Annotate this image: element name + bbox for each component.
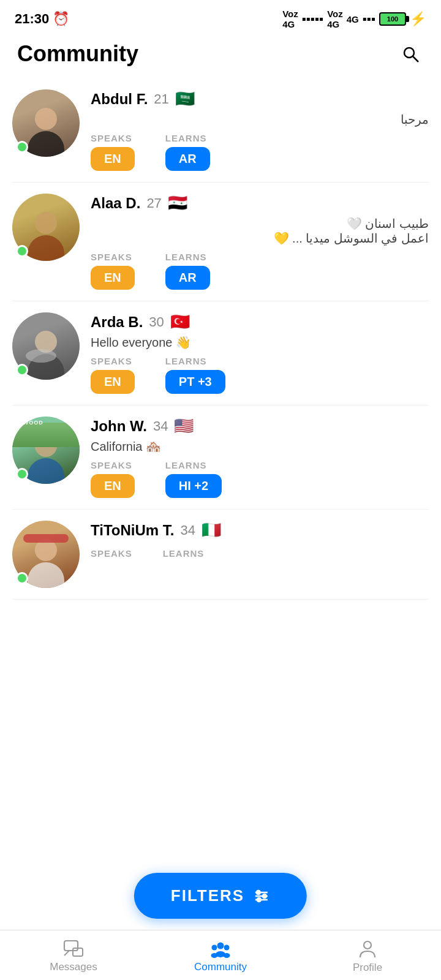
svg-point-15 [211,953,218,958]
learns-group-1: LEARNS AR [165,133,210,171]
user-name-5: TiToNiUm T. [91,522,174,539]
user-info-4: John W. 34 🇺🇸 California 🏘️ SPEAKS EN LE… [91,417,429,498]
speaks-label-3: SPEAKS [91,356,135,366]
person-silhouette-5 [28,539,64,588]
speaks-group-3: SPEAKS EN [91,356,135,394]
svg-point-17 [364,941,371,949]
learns-label-2: LEARNS [165,252,210,262]
nav-profile-label: Profile [353,962,382,974]
svg-point-16 [224,953,230,958]
speaks-group-5: SPEAKS [91,548,132,559]
nav-community-label: Community [194,961,247,973]
lang-row-5: SPEAKS LEARNS [91,548,429,559]
nav-community[interactable]: Community [147,940,294,973]
page-title: Community [17,41,138,67]
avatar-wrap-5 [12,521,80,588]
user-card-1[interactable]: Abdul F. 21 🇸🇦 مرحبا SPEAKS EN LEARNS AR [12,78,429,183]
speaks-badge-1: EN [91,147,135,171]
svg-line-1 [413,56,418,62]
learns-label-4: LEARNS [165,460,222,470]
svg-point-0 [404,48,414,58]
network-label-2: Voz4G [327,9,343,29]
filters-overlay: FILTERS [134,873,307,919]
user-flag-5: 🇮🇹 [202,521,221,540]
online-indicator-5 [16,572,28,584]
learns-badge-4: HI +2 [165,474,222,498]
user-name-4: John W. [91,418,147,435]
user-name-row-4: John W. 34 🇺🇸 [91,417,429,435]
learns-badge-1: AR [165,147,210,171]
speaks-label-5: SPEAKS [91,548,132,559]
signal-icon: ▪▪▪▪▪ [302,12,323,26]
user-age-2: 27 [146,195,161,211]
search-button[interactable] [397,40,424,67]
speaks-label-1: SPEAKS [91,133,135,143]
user-list-inner: Abdul F. 21 🇸🇦 مرحبا SPEAKS EN LEARNS AR [0,78,441,600]
lang-row-3: SPEAKS EN LEARNS PT +3 [91,356,429,394]
user-bio-2: طبيب اسنان 🤍اعمل في السوشل ميديا ... 💛 [91,216,429,246]
user-name-row-1: Abdul F. 21 🇸🇦 [91,89,429,108]
user-info-1: Abdul F. 21 🇸🇦 مرحبا SPEAKS EN LEARNS AR [91,89,429,171]
user-bio-4: California 🏘️ [91,439,429,454]
speaks-badge-3: EN [91,370,135,394]
avatar-wrap-2 [12,194,80,261]
speaks-group-2: SPEAKS EN [91,252,135,290]
learns-group-3: LEARNS PT +3 [165,356,225,394]
online-indicator-1 [16,141,28,153]
user-info-2: Alaa D. 27 🇸🇾 طبيب اسنان 🤍اعمل في السوشل… [91,194,429,290]
svg-point-6 [263,894,266,898]
user-name-3: Arda B. [91,314,143,331]
user-name-row-3: Arda B. 30 🇹🇷 [91,312,429,331]
status-right: Voz4G ▪▪▪▪▪ Voz4G 4G ▪▪▪ 100 ⚡ [282,9,426,29]
lang-row-1: SPEAKS EN LEARNS AR [91,133,429,171]
person-silhouette-2 [28,212,64,261]
lang-row-4: SPEAKS EN LEARNS HI +2 [91,460,429,498]
user-flag-2: 🇸🇾 [168,194,187,213]
user-bio-1: مرحبا [91,112,429,127]
lang-row-2: SPEAKS EN LEARNS AR [91,252,429,290]
learns-group-5: LEARNS [163,548,205,559]
user-name-1: Abdul F. [91,91,148,108]
nav-profile[interactable]: Profile [294,939,441,974]
user-age-4: 34 [153,418,168,434]
learns-group-2: LEARNS AR [165,252,210,290]
learns-badge-2: AR [165,266,210,290]
online-indicator-3 [16,364,28,376]
user-card-4[interactable]: LYWOOD John W. 34 🇺🇸 California 🏘️ SPEAK… [12,405,429,510]
user-age-3: 30 [149,314,164,330]
user-flag-4: 🇺🇸 [174,417,194,435]
user-flag-1: 🇸🇦 [175,89,195,108]
user-card-5[interactable]: TiToNiUm T. 34 🇮🇹 SPEAKS LEARNS [12,510,429,600]
charging-icon: ⚡ [410,11,426,27]
svg-point-5 [257,891,260,894]
status-bar: 21:30 ⏰ Voz4G ▪▪▪▪▪ Voz4G 4G ▪▪▪ 100 ⚡ [0,0,441,34]
filters-button[interactable]: FILTERS [134,873,307,919]
user-info-3: Arda B. 30 🇹🇷 Hello everyone 👋 SPEAKS EN… [91,312,429,394]
svg-point-11 [217,943,224,949]
user-card-2[interactable]: Alaa D. 27 🇸🇾 طبيب اسنان 🤍اعمل في السوشل… [12,183,429,301]
speaks-group-1: SPEAKS EN [91,133,135,171]
learns-label-5: LEARNS [163,548,205,559]
learns-badge-3: PT +3 [165,370,225,394]
nav-messages-label: Messages [50,961,97,973]
speaks-badge-2: EN [91,266,135,290]
battery-indicator: 100 [379,12,406,26]
svg-point-7 [257,898,261,902]
svg-point-13 [224,945,230,951]
user-flag-3: 🇹🇷 [170,312,190,331]
filters-label: FILTERS [171,886,244,905]
learns-label-1: LEARNS [165,133,210,143]
nav-messages[interactable]: Messages [0,940,147,973]
svg-point-12 [212,945,217,951]
online-indicator-4 [16,468,28,480]
svg-rect-8 [64,941,78,951]
speaks-label-4: SPEAKS [91,460,135,470]
page-header: Community [0,34,441,78]
avatar-wrap-4: LYWOOD [12,417,80,484]
svg-line-9 [64,951,69,956]
user-card-3[interactable]: Arda B. 30 🇹🇷 Hello everyone 👋 SPEAKS EN… [12,301,429,405]
user-age-1: 21 [154,91,168,107]
user-info-5: TiToNiUm T. 34 🇮🇹 SPEAKS LEARNS [91,521,429,559]
user-name-row-2: Alaa D. 27 🇸🇾 [91,194,429,213]
avatar-wrap-3 [12,312,80,380]
